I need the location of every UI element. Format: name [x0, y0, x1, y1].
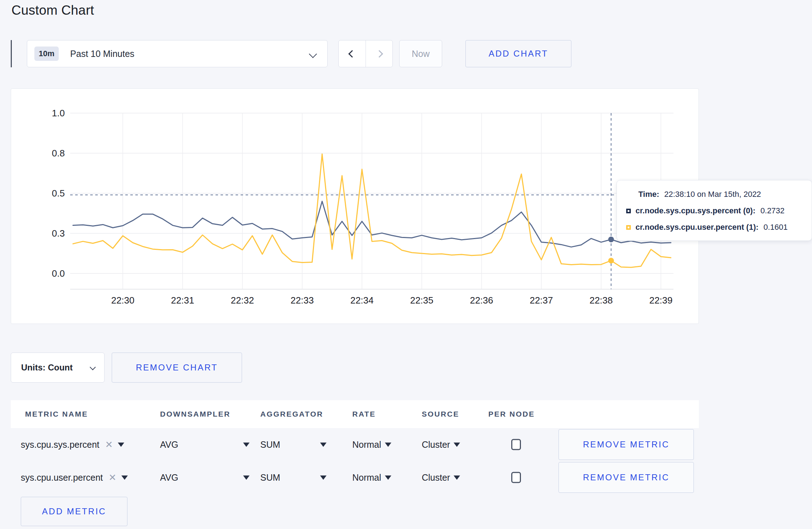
col-header-rate: RATE — [352, 410, 376, 418]
dropdown-arrow-icon[interactable] — [121, 475, 128, 480]
col-header-per-node: PER NODE — [488, 410, 535, 418]
chart-tooltip: Time: 22:38:10 on Mar 15th, 2022 cr.node… — [617, 180, 812, 241]
series-swatch-icon — [626, 225, 631, 230]
tooltip-series-row: cr.node.sys.cpu.sys.percent (0): 0.2732 — [626, 206, 801, 215]
source-select[interactable]: Cluster — [422, 472, 460, 483]
svg-text:22:32: 22:32 — [231, 295, 254, 306]
add-metric-button[interactable]: ADD METRIC — [21, 497, 127, 526]
remove-metric-button[interactable]: REMOVE METRIC — [559, 462, 694, 493]
time-range-select[interactable]: 10m Past 10 Minutes — [27, 40, 328, 67]
tooltip-time-value: 22:38:10 on Mar 15th, 2022 — [664, 190, 761, 199]
add-chart-button[interactable]: ADD CHART — [465, 40, 571, 67]
rate-select[interactable]: Normal — [352, 440, 391, 450]
svg-text:0.0: 0.0 — [52, 268, 65, 279]
tooltip-time-label: Time: — [638, 190, 659, 199]
step-back-button[interactable] — [339, 40, 366, 67]
dropdown-arrow-icon — [320, 442, 327, 447]
chevron-left-icon — [348, 50, 356, 57]
downsampler-value: AVG — [160, 440, 178, 450]
tooltip-series-name: cr.node.sys.cpu.user.percent (1): — [635, 223, 759, 232]
chevron-down-icon — [90, 364, 96, 370]
source-value: Cluster — [422, 440, 450, 450]
downsampler-value: AVG — [160, 472, 178, 483]
col-header-downsampler: DOWNSAMPLER — [160, 410, 231, 418]
svg-text:22:31: 22:31 — [171, 295, 194, 306]
col-header-aggregator: AGGREGATOR — [260, 410, 323, 418]
metric-name-value: sys.cpu.user.percent — [21, 472, 103, 483]
svg-text:0.3: 0.3 — [52, 228, 65, 239]
dropdown-arrow-icon — [454, 442, 460, 447]
aggregator-select[interactable]: SUM — [260, 472, 327, 483]
chart-svg[interactable]: 0.00.30.50.81.022:3022:3122:3222:3322:34… — [11, 89, 699, 324]
dropdown-arrow-icon — [385, 442, 391, 447]
metric-row: sys.cpu.user.percent ✕ AVG SUM Normal Cl… — [11, 461, 699, 494]
downsampler-select[interactable]: AVG — [160, 472, 250, 483]
source-select[interactable]: Cluster — [422, 440, 460, 450]
chart-card: 0.00.30.50.81.022:3022:3122:3222:3322:34… — [11, 88, 699, 324]
metric-name-select[interactable]: sys.cpu.user.percent ✕ — [21, 472, 128, 483]
clear-metric-icon[interactable]: ✕ — [108, 472, 116, 483]
rate-select[interactable]: Normal — [352, 472, 391, 483]
toolbar-left-rule — [11, 40, 12, 67]
time-range-badge: 10m — [34, 47, 59, 61]
rate-value: Normal — [352, 440, 381, 450]
tooltip-time-row: Time: 22:38:10 on Mar 15th, 2022 — [626, 190, 801, 199]
aggregator-value: SUM — [260, 440, 280, 450]
time-range-label: Past 10 Minutes — [70, 49, 134, 59]
downsampler-select[interactable]: AVG — [160, 440, 250, 450]
dropdown-arrow-icon — [243, 442, 250, 447]
units-label: Units: Count — [21, 363, 73, 373]
dropdown-arrow-icon[interactable] — [118, 442, 124, 447]
tooltip-series-name: cr.node.sys.cpu.sys.percent (0): — [635, 206, 755, 215]
col-header-source: SOURCE — [422, 410, 459, 418]
dropdown-arrow-icon — [320, 475, 327, 480]
svg-text:22:36: 22:36 — [470, 295, 493, 306]
per-node-checkbox[interactable] — [511, 439, 521, 450]
chevron-down-icon — [309, 50, 317, 58]
rate-value: Normal — [352, 472, 381, 483]
page-title: Custom Chart — [11, 3, 94, 18]
units-select[interactable]: Units: Count — [11, 353, 105, 383]
svg-text:22:35: 22:35 — [410, 295, 433, 306]
dropdown-arrow-icon — [385, 475, 391, 480]
metric-row: sys.cpu.sys.percent ✕ AVG SUM Normal Clu… — [11, 428, 699, 461]
time-step-arrows — [338, 40, 393, 67]
remove-chart-button[interactable]: REMOVE CHART — [112, 353, 242, 383]
svg-text:22:34: 22:34 — [350, 295, 373, 306]
step-forward-button[interactable] — [366, 40, 392, 67]
dropdown-arrow-icon — [454, 475, 460, 480]
svg-text:0.5: 0.5 — [52, 188, 65, 199]
chevron-right-icon — [375, 50, 383, 57]
svg-text:0.8: 0.8 — [52, 148, 65, 159]
svg-text:22:39: 22:39 — [649, 295, 672, 306]
source-value: Cluster — [422, 472, 450, 483]
svg-text:1.0: 1.0 — [52, 108, 65, 118]
series-swatch-icon — [626, 209, 631, 213]
col-header-metric-name: METRIC NAME — [25, 410, 88, 418]
clear-metric-icon[interactable]: ✕ — [105, 439, 113, 450]
per-node-checkbox[interactable] — [511, 472, 521, 483]
metric-name-select[interactable]: sys.cpu.sys.percent ✕ — [21, 439, 124, 450]
aggregator-select[interactable]: SUM — [260, 440, 327, 450]
aggregator-value: SUM — [260, 472, 280, 483]
dropdown-arrow-icon — [243, 475, 250, 480]
now-button[interactable]: Now — [399, 40, 442, 67]
tooltip-series-value: 0.1601 — [764, 223, 788, 232]
tooltip-series-value: 0.2732 — [760, 206, 784, 215]
remove-metric-button[interactable]: REMOVE METRIC — [559, 429, 694, 460]
svg-text:22:30: 22:30 — [111, 295, 134, 306]
svg-text:22:38: 22:38 — [589, 295, 613, 306]
tooltip-series-row: cr.node.sys.cpu.user.percent (1): 0.1601 — [626, 223, 801, 232]
metric-name-value: sys.cpu.sys.percent — [21, 440, 100, 450]
svg-text:22:33: 22:33 — [290, 295, 314, 306]
chart-section: 0.00.30.50.81.022:3022:3122:3222:3322:34… — [11, 88, 812, 325]
svg-text:22:37: 22:37 — [530, 295, 553, 306]
metrics-table-header: METRIC NAME DOWNSAMPLER AGGREGATOR RATE … — [11, 400, 699, 428]
